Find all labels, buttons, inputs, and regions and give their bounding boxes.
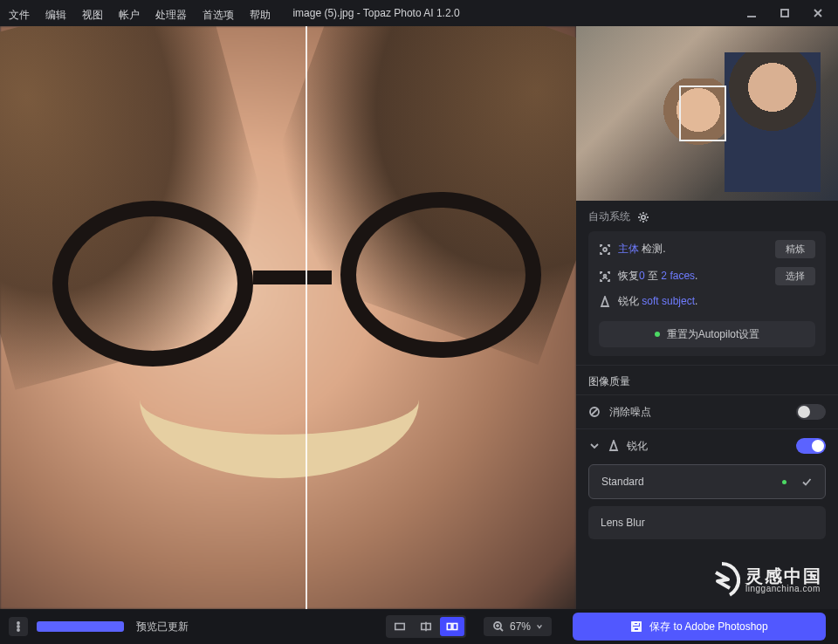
save-icon	[630, 620, 642, 633]
sharpen-icon	[608, 440, 620, 452]
face-recover-icon	[599, 271, 611, 283]
bottom-bar: 预览已更新 67% 保存 to Adobe Photoshop	[0, 609, 838, 644]
autopilot-sharpen-row: 锐化 soft subject.	[599, 294, 815, 309]
sharpen-option-lens-blur[interactable]: Lens Blur	[588, 506, 826, 539]
view-side-by-side-button[interactable]	[440, 617, 464, 636]
navigator-thumbnail[interactable]	[576, 26, 838, 201]
chevron-down-icon	[588, 440, 601, 452]
minimize-icon	[745, 7, 758, 19]
menu-bar: 文件 编辑 视图 帐户 处理器 首选项 帮助	[0, 3, 279, 27]
sharpen-panel: 锐化 Standard Lens Blur	[576, 429, 838, 553]
maximize-icon	[779, 7, 791, 19]
window-maximize-button[interactable]	[779, 7, 791, 19]
save-button[interactable]: 保存 to Adobe Photoshop	[573, 613, 826, 641]
reset-autopilot-button[interactable]: 重置为Autopilot设置	[599, 321, 815, 347]
select-button[interactable]: 选择	[775, 267, 815, 285]
denoise-row: 消除噪点	[576, 395, 838, 429]
status-dot-icon	[782, 480, 786, 484]
more-options-button[interactable]	[9, 617, 28, 636]
check-icon	[800, 476, 813, 488]
zoom-control[interactable]: 67%	[484, 617, 552, 636]
autopilot-recover-row: 恢复0 至 2 faces. 选择	[599, 267, 815, 285]
autopilot-heading: 自动系统	[588, 209, 630, 224]
sharpen-label: 锐化	[627, 439, 648, 454]
svg-rect-1	[781, 10, 788, 17]
svg-rect-24	[634, 627, 639, 631]
subject-detect-icon	[599, 243, 611, 256]
refine-button[interactable]: 精炼	[775, 240, 815, 258]
ellipsis-icon	[12, 620, 24, 633]
denoise-toggle[interactable]	[796, 404, 826, 420]
svg-marker-7	[601, 297, 608, 306]
menu-preferences[interactable]: 首选项	[203, 8, 234, 23]
split-divider[interactable]	[306, 26, 307, 609]
sharpen-option-standard[interactable]: Standard	[588, 464, 826, 499]
svg-point-10	[17, 622, 19, 624]
svg-rect-23	[634, 622, 638, 625]
gear-icon[interactable]	[637, 211, 649, 223]
svg-line-19	[500, 628, 503, 631]
svg-marker-9	[610, 441, 617, 450]
window-minimize-button[interactable]	[745, 7, 758, 19]
menu-edit[interactable]: 编辑	[45, 8, 66, 23]
image-quality-heading: 图像质量	[588, 375, 630, 387]
svg-rect-17	[453, 624, 457, 630]
side-by-side-icon	[446, 620, 458, 633]
zoom-icon	[492, 620, 505, 633]
status-text: 预览已更新	[136, 620, 189, 634]
menu-help[interactable]: 帮助	[250, 8, 271, 23]
menu-file[interactable]: 文件	[9, 8, 30, 23]
view-single-button[interactable]	[388, 617, 412, 636]
autopilot-subject-row: 主体 检测. 精炼	[599, 240, 815, 258]
sharpen-header[interactable]: 锐化	[588, 438, 826, 454]
svg-rect-13	[395, 624, 405, 630]
close-icon	[812, 7, 824, 19]
svg-rect-16	[447, 624, 451, 630]
image-viewer[interactable]	[0, 26, 576, 609]
zoom-value: 67%	[510, 620, 531, 633]
denoise-icon	[588, 406, 601, 418]
svg-point-11	[17, 626, 19, 627]
split-view-icon	[420, 620, 432, 633]
svg-point-5	[603, 248, 607, 251]
view-split-button[interactable]	[414, 617, 438, 636]
menu-view[interactable]: 视图	[82, 8, 103, 23]
svg-point-4	[642, 215, 645, 218]
progress-bar	[37, 621, 124, 632]
sharpen-icon	[599, 296, 611, 308]
menu-processor[interactable]: 处理器	[155, 8, 187, 23]
chevron-down-icon	[536, 623, 543, 630]
single-view-icon	[394, 620, 406, 633]
sidebar: 自动系统 主体 检测. 精炼 恢复0 至 2 faces. 选择 锐化 soft…	[576, 26, 838, 609]
svg-point-6	[604, 274, 607, 277]
view-mode-toggle	[386, 615, 466, 638]
window-close-button[interactable]	[812, 7, 824, 19]
sharpen-toggle[interactable]	[796, 438, 826, 454]
autopilot-section: 自动系统 主体 检测. 精炼 恢复0 至 2 faces. 选择 锐化 soft…	[576, 201, 838, 366]
menu-account[interactable]: 帐户	[119, 8, 140, 23]
image-quality-heading-row: 图像质量	[576, 366, 838, 395]
status-dot-icon	[655, 332, 660, 337]
face-detection-box[interactable]	[679, 86, 726, 141]
svg-point-12	[17, 629, 19, 631]
denoise-label: 消除噪点	[609, 405, 651, 420]
